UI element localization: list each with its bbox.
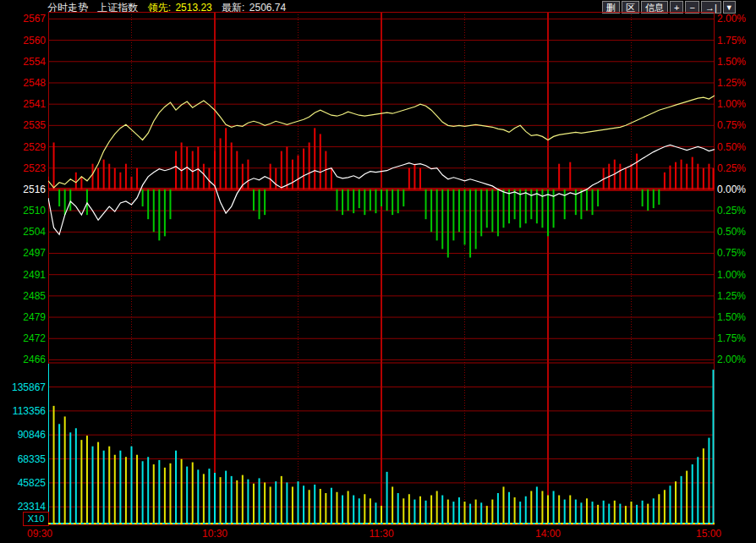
price-axis-label: 2516: [2, 184, 46, 195]
percent-axis-label: 0.00%: [717, 184, 746, 195]
percent-axis-label: 0.25%: [717, 205, 746, 217]
volume-axis-label: 135867: [2, 381, 46, 393]
percent-axis-label: 1.50%: [717, 56, 746, 68]
price-axis-label: 2479: [2, 311, 46, 323]
price-axis-label: 2554: [2, 56, 46, 68]
percent-axis-label: 0.25%: [717, 162, 746, 174]
price-axis-label: 2472: [2, 332, 46, 344]
price-axis-label: 2560: [2, 35, 46, 47]
price-axis-label: 2504: [2, 226, 46, 238]
dropdown-button[interactable]: ▼: [723, 1, 736, 14]
percent-axis-label: 1.75%: [717, 35, 746, 47]
percent-axis-label: 0.75%: [717, 247, 746, 259]
price-axis-label: 2535: [2, 119, 46, 131]
percent-axis-label: 1.25%: [717, 77, 746, 89]
price-axis-label: 2567: [2, 13, 46, 25]
volume-axis-label: 113356: [2, 405, 46, 417]
price-axis-label: 2523: [2, 162, 46, 174]
time-axis-label: 15:00: [696, 528, 721, 540]
price-axis-label: 2529: [2, 141, 46, 153]
price-axis-label: 2491: [2, 269, 46, 281]
volume-axis-label: 45825: [2, 477, 46, 489]
time-axis-label: 10:30: [202, 528, 227, 540]
percent-axis-label: 2.00%: [717, 13, 746, 25]
price-axis-label: 2541: [2, 98, 46, 110]
percent-axis-label: 1.50%: [717, 311, 746, 323]
volume-axis-label: 68335: [2, 453, 46, 465]
price-axis-label: 2510: [2, 205, 46, 217]
time-axis-label: 09:30: [27, 528, 52, 540]
time-axis-label: 14:00: [535, 528, 561, 540]
time-axis-label: 11:30: [369, 528, 393, 540]
volume-multiplier-box: X10: [23, 512, 49, 526]
percent-axis-label: 1.75%: [717, 332, 746, 344]
percent-axis-label: 1.00%: [717, 98, 746, 110]
percent-axis-label: 1.00%: [717, 269, 746, 281]
percent-axis-label: 1.25%: [717, 290, 746, 302]
percent-axis-label: 0.50%: [717, 226, 746, 238]
volume-baseline-dashed: [48, 523, 715, 524]
percent-axis-label: 0.50%: [717, 141, 746, 153]
volume-axis-label: 90846: [2, 429, 46, 441]
price-axis-label: 2548: [2, 77, 46, 89]
percent-axis-label: 2.00%: [717, 354, 746, 365]
price-axis-label: 2485: [2, 290, 46, 302]
trading-app-window: 分时走势 上证指数 领先: 2513.23 最新: 2506.74 删区信息+−…: [0, 0, 756, 543]
price-axis-label: 2497: [2, 247, 46, 259]
price-axis-label: 2466: [2, 354, 46, 365]
intraday-chart[interactable]: [48, 12, 715, 525]
percent-axis-label: 0.75%: [717, 119, 746, 131]
